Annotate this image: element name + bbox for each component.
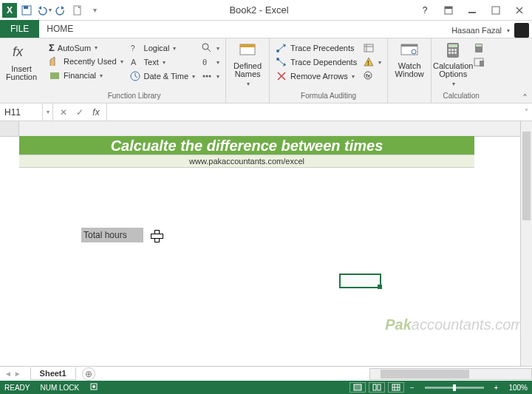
sheet-subtitle[interactable]: www.pakaccountants.com/excel xyxy=(19,155,474,168)
trace-precedents-button[interactable]: Trace Precedents xyxy=(274,41,358,55)
close-button[interactable] xyxy=(510,3,529,18)
svg-rect-29 xyxy=(449,44,457,47)
redo-button[interactable] xyxy=(52,2,69,18)
user-avatar[interactable] xyxy=(514,23,529,38)
sheet-nav-buttons[interactable]: ◄ ► xyxy=(0,370,26,378)
excel-icon[interactable]: X xyxy=(1,2,18,18)
svg-rect-6 xyxy=(492,7,499,14)
macro-record-icon[interactable] xyxy=(89,382,98,393)
collapse-ribbon-button[interactable]: ˄ xyxy=(518,91,532,103)
watermark: Pakaccountants.com xyxy=(385,316,523,333)
svg-text:!: ! xyxy=(367,59,369,67)
svg-rect-35 xyxy=(454,52,457,54)
save-button[interactable] xyxy=(18,2,35,18)
spreadsheet: Calcualte the difference between times w… xyxy=(0,121,532,366)
window-title: Book2 - Excel xyxy=(103,4,415,16)
file-tab[interactable]: FILE xyxy=(0,20,39,38)
svg-point-12 xyxy=(202,44,208,50)
autosum-button[interactable]: ΣAutoSum▾ xyxy=(47,41,125,54)
new-button[interactable] xyxy=(69,2,86,18)
svg-rect-18 xyxy=(240,44,255,47)
add-sheet-button[interactable]: ⊕ xyxy=(82,367,95,381)
function-library-label: Function Library xyxy=(47,91,221,103)
lookup-button[interactable]: ▾ xyxy=(200,41,221,55)
svg-text:fx: fx xyxy=(366,72,370,79)
undo-button[interactable]: ▾ xyxy=(35,2,52,18)
quick-access-toolbar: X ▾ ▾ xyxy=(0,2,103,18)
svg-rect-4 xyxy=(445,7,452,9)
status-ready: READY xyxy=(4,384,30,392)
sheet-tab-bar: ◄ ► Sheet1 ⊕ xyxy=(0,366,532,381)
svg-point-20 xyxy=(276,58,279,61)
normal-view-button[interactable] xyxy=(349,382,366,393)
zoom-level[interactable]: 100% xyxy=(508,384,528,392)
sheet-tab-sheet1[interactable]: Sheet1 xyxy=(30,367,76,380)
defined-names-button[interactable]: Defined Names▾ xyxy=(231,40,265,88)
svg-rect-39 xyxy=(480,61,484,67)
calculate-now-button[interactable] xyxy=(471,41,486,55)
formula-input[interactable] xyxy=(107,103,520,120)
svg-point-19 xyxy=(276,50,279,52)
math-trig-button[interactable]: θ▾ xyxy=(200,55,221,69)
svg-rect-43 xyxy=(354,384,361,390)
date-time-button[interactable]: Date & Time▾ xyxy=(128,69,197,83)
defined-names-label: Defined Names xyxy=(231,62,265,78)
horizontal-scrollbar[interactable] xyxy=(369,368,532,380)
zoom-slider[interactable] xyxy=(425,387,484,389)
svg-rect-8 xyxy=(50,72,59,79)
watch-window-button[interactable]: Watch Window xyxy=(392,40,426,78)
svg-rect-30 xyxy=(449,49,451,51)
calculate-sheet-button[interactable] xyxy=(471,55,486,69)
more-functions-button[interactable]: ▾ xyxy=(200,69,221,83)
svg-text:?: ? xyxy=(131,44,135,52)
svg-rect-26 xyxy=(401,44,417,47)
recently-used-button[interactable]: Recently Used▾ xyxy=(47,55,125,68)
calculation-label: Calculation xyxy=(436,91,486,103)
show-formulas-button[interactable] xyxy=(361,41,383,55)
text-button[interactable]: AText▾ xyxy=(128,55,197,69)
svg-point-14 xyxy=(203,75,205,78)
minimize-button[interactable] xyxy=(463,3,482,18)
svg-rect-33 xyxy=(449,52,451,54)
formula-auditing-label: Formula Auditing xyxy=(274,91,383,103)
ribbon-options-button[interactable] xyxy=(439,3,458,18)
vertical-scrollbar[interactable] xyxy=(520,121,532,366)
ribbon: fx Insert Function ΣAutoSum▾ Recently Us… xyxy=(0,38,532,103)
page-layout-view-button[interactable] xyxy=(369,382,385,393)
page-break-view-button[interactable] xyxy=(388,382,404,393)
svg-rect-5 xyxy=(468,12,476,13)
svg-rect-44 xyxy=(373,384,376,390)
svg-text:A: A xyxy=(131,58,137,67)
svg-rect-32 xyxy=(454,49,457,51)
cancel-formula-button[interactable]: ✕ xyxy=(56,105,71,120)
qat-customize-button[interactable]: ▾ xyxy=(86,2,103,18)
remove-arrows-button[interactable]: Remove Arrows▾ xyxy=(274,69,358,83)
name-box-value: H11 xyxy=(4,107,21,118)
tab-home[interactable]: HOME xyxy=(39,20,81,38)
grid[interactable]: Calcualte the difference between times w… xyxy=(0,121,532,366)
watch-window-label: Watch Window xyxy=(392,62,426,78)
status-bar: READY NUM LOCK − + 100% xyxy=(0,381,532,394)
maximize-button[interactable] xyxy=(486,3,505,18)
error-checking-button[interactable]: !▾ xyxy=(361,55,383,69)
zoom-in-button[interactable]: + xyxy=(491,384,502,392)
expand-formula-bar-button[interactable]: ˅ xyxy=(520,103,532,120)
svg-rect-45 xyxy=(378,384,381,390)
evaluate-formula-button[interactable]: fx xyxy=(361,69,383,83)
calculation-options-label: Calculation Options xyxy=(433,62,473,78)
financial-button[interactable]: Financial▾ xyxy=(47,69,125,82)
help-button[interactable]: ? xyxy=(415,3,434,18)
enter-formula-button[interactable]: ✓ xyxy=(72,105,87,120)
insert-function-button[interactable]: fx Insert Function xyxy=(4,40,38,81)
zoom-out-button[interactable]: − xyxy=(407,384,417,392)
calculation-options-button[interactable]: Calculation Options▾ xyxy=(436,40,470,88)
logical-button[interactable]: ?Logical▾ xyxy=(128,41,197,55)
trace-dependents-button[interactable]: Trace Dependents xyxy=(274,55,358,69)
name-box[interactable]: H11 ▾ xyxy=(0,103,53,120)
fx-button[interactable]: fx xyxy=(89,105,103,120)
name-box-dropdown[interactable]: ▾ xyxy=(42,103,52,120)
cell-cursor-icon xyxy=(151,230,162,241)
user-name[interactable]: Hasaan Fazal xyxy=(451,26,502,35)
select-all-corner[interactable] xyxy=(0,121,19,136)
total-hours-label: Total hours xyxy=(81,228,143,242)
